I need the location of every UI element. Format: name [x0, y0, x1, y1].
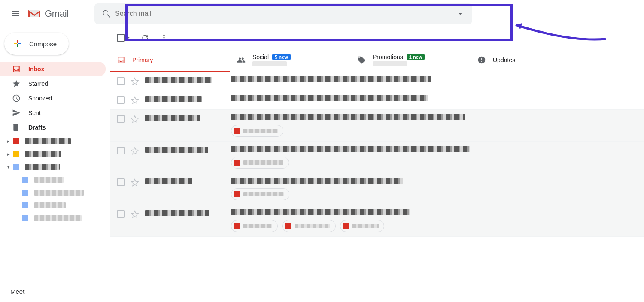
- row-checkbox[interactable]: [117, 77, 125, 85]
- sidebar-item-label: Snoozed: [28, 95, 52, 102]
- sidebar-label[interactable]: ▸: [0, 148, 110, 160]
- sidebar-item-label: Starred: [28, 80, 48, 87]
- sender: [145, 77, 231, 85]
- row-checkbox[interactable]: [117, 96, 125, 104]
- mail-row[interactable]: [110, 142, 644, 173]
- svg-point-0: [163, 35, 164, 36]
- sidebar-item-snoozed[interactable]: Snoozed: [0, 91, 106, 106]
- star-icon[interactable]: [131, 77, 139, 86]
- sidebar-item-inbox[interactable]: Inbox: [0, 62, 106, 76]
- tab-label: Updates: [493, 57, 515, 63]
- row-checkbox[interactable]: [117, 147, 125, 154]
- compose-button[interactable]: Compose: [4, 33, 69, 55]
- attachment-chip[interactable]: [231, 157, 289, 169]
- label-color-swatch: [22, 190, 28, 196]
- primary-icon: [117, 56, 125, 64]
- mail-list: [110, 72, 644, 237]
- attachment-icon: [234, 128, 240, 134]
- tab-badge: 5 new: [272, 54, 291, 60]
- star-icon[interactable]: [131, 96, 139, 105]
- mail-row[interactable]: [110, 173, 644, 205]
- mail-row[interactable]: [110, 91, 644, 110]
- mail-row[interactable]: [110, 110, 644, 142]
- sidebar-sublabel[interactable]: [0, 212, 110, 225]
- search-input[interactable]: [115, 10, 452, 18]
- label-color-swatch: [13, 164, 19, 170]
- attachment-icon: [285, 223, 291, 229]
- more-vert-icon: [160, 33, 168, 42]
- clock-icon: [12, 94, 21, 103]
- hamburger-icon: [10, 9, 21, 19]
- meet-section-header[interactable]: Meet: [0, 281, 110, 302]
- label-color-swatch: [13, 138, 19, 144]
- sidebar: Compose InboxStarredSnoozedSentDrafts ▸▸…: [0, 27, 110, 302]
- checkbox-icon: [117, 147, 125, 154]
- star-icon: [12, 79, 21, 88]
- more-button[interactable]: [159, 33, 169, 43]
- label-color-swatch: [22, 202, 28, 208]
- checkbox-icon: [117, 77, 125, 85]
- checkbox-icon: [117, 115, 125, 123]
- sidebar-sublabel[interactable]: [0, 186, 110, 199]
- search-box[interactable]: [94, 3, 472, 24]
- mail-toolbar: [110, 27, 644, 48]
- star-icon[interactable]: [131, 115, 139, 124]
- row-checkbox[interactable]: [117, 178, 125, 186]
- mail-row[interactable]: [110, 205, 644, 237]
- category-tabs: PrimarySocial5 newPromotions1 newUpdates: [110, 48, 644, 72]
- row-checkbox[interactable]: [117, 115, 125, 123]
- row-checkbox[interactable]: [117, 210, 125, 218]
- attachment-chip[interactable]: [231, 125, 283, 137]
- sidebar-label[interactable]: ▾: [0, 160, 110, 173]
- mail-row[interactable]: [110, 72, 644, 91]
- tab-promotions[interactable]: Promotions1 new: [350, 48, 471, 72]
- search-options-button[interactable]: [452, 5, 469, 22]
- refresh-button[interactable]: [140, 33, 150, 43]
- attachment-chip[interactable]: [282, 220, 336, 232]
- checkbox-icon: [117, 34, 125, 42]
- sender: [145, 178, 231, 186]
- select-all-checkbox[interactable]: [117, 34, 131, 42]
- tab-social[interactable]: Social5 new: [230, 48, 350, 72]
- attachment-name-redacted: [352, 224, 379, 228]
- main-menu-button[interactable]: [5, 3, 26, 24]
- search-icon: [102, 9, 111, 18]
- subject: [231, 76, 637, 84]
- attachment-icon: [234, 191, 240, 197]
- label-name-redacted: [34, 215, 82, 221]
- compose-label: Compose: [29, 40, 57, 48]
- tab-label: Social: [252, 54, 269, 60]
- gmail-logo[interactable]: Gmail: [27, 8, 69, 19]
- label-name-redacted: [34, 190, 84, 196]
- tab-updates[interactable]: Updates: [471, 48, 591, 72]
- sender: [145, 210, 231, 217]
- star-icon[interactable]: [131, 178, 139, 187]
- tab-primary[interactable]: Primary: [110, 48, 230, 72]
- sidebar-item-sent[interactable]: Sent: [0, 106, 106, 120]
- file-icon: [12, 123, 21, 132]
- star-icon[interactable]: [131, 147, 139, 155]
- sidebar-item-drafts[interactable]: Drafts: [0, 120, 106, 135]
- attachment-chip[interactable]: [231, 188, 289, 200]
- sidebar-item-label: Sent: [28, 109, 41, 116]
- gmail-logo-text: Gmail: [45, 8, 69, 19]
- attachment-icon: [343, 223, 349, 229]
- sidebar-item-starred[interactable]: Starred: [0, 76, 106, 91]
- star-icon[interactable]: [131, 210, 139, 219]
- attachment-chip[interactable]: [340, 220, 384, 232]
- sidebar-label[interactable]: ▸: [0, 135, 110, 148]
- attachment-name-redacted: [295, 224, 330, 228]
- caret-down-icon: [456, 9, 465, 18]
- inbox-icon: [12, 65, 21, 73]
- sender: [145, 115, 231, 122]
- attachment-chip[interactable]: [231, 220, 278, 232]
- checkbox-icon: [117, 210, 125, 218]
- sidebar-sublabel[interactable]: [0, 173, 110, 186]
- subject: [231, 209, 637, 217]
- search-button[interactable]: [98, 5, 115, 22]
- sidebar-sublabel[interactable]: [0, 199, 110, 212]
- svg-point-1: [163, 37, 164, 38]
- attachment-name-redacted: [243, 192, 284, 196]
- sender: [145, 96, 231, 103]
- app-header: Gmail: [0, 0, 644, 27]
